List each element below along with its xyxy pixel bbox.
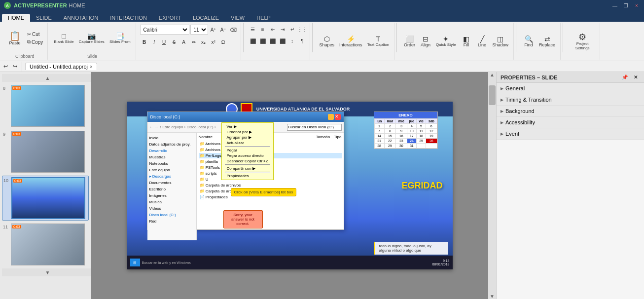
find-button[interactable]: 🔍 Find: [521, 35, 536, 48]
sidebar-documentos[interactable]: Documentos: [149, 180, 194, 186]
sidebar-este-equipo[interactable]: Este equipo: [149, 167, 194, 173]
line-button[interactable]: ╱ Line: [475, 35, 490, 48]
menu-ver[interactable]: Ver ▶: [225, 124, 270, 129]
slide-panel-scroll-down[interactable]: ▼: [2, 268, 91, 276]
underline-button[interactable]: U: [160, 37, 169, 46]
tab-slide[interactable]: SLIDE: [30, 14, 58, 22]
slide-thumb-8[interactable]: 8 0:03: [2, 84, 89, 128]
menu-ordenar[interactable]: Ordenar por ▶: [225, 129, 270, 135]
paste-button[interactable]: 📋 Paste: [5, 24, 25, 53]
interactions-button[interactable]: ⚡ Interactions: [337, 35, 364, 48]
slide-panel-scroll-up[interactable]: ▲: [2, 74, 91, 82]
menu-actualizar[interactable]: Actualizar: [225, 140, 270, 146]
scroll-down-arrow[interactable]: ▼: [490, 294, 495, 299]
prop-general-header[interactable]: ▶ General: [497, 83, 644, 94]
align-right-button[interactable]: ⬛: [268, 37, 277, 45]
menu-deshacer[interactable]: Deshacer Copiar Ctrl+Z: [225, 158, 270, 164]
restore-button[interactable]: ❐: [622, 2, 629, 9]
paragraph-dir-button[interactable]: ¶: [298, 37, 307, 45]
menu-compartir[interactable]: Compartir con ▶: [225, 166, 270, 171]
project-settings-button[interactable]: ⚙ Project Settings: [568, 27, 597, 56]
font-color-button[interactable]: A: [179, 37, 188, 46]
italic-button[interactable]: I: [150, 37, 159, 46]
sidebar-muestras[interactable]: Muestras: [149, 154, 194, 160]
scroll-up-arrow[interactable]: ▲: [490, 72, 495, 77]
menu-agrupar[interactable]: Agrupar por ▶: [225, 135, 270, 140]
rtl-button[interactable]: ↵: [288, 25, 297, 34]
clear-format-button[interactable]: ⌫: [229, 25, 238, 34]
superscript-button[interactable]: x²: [209, 37, 218, 46]
sidebar-descargas[interactable]: ▸ Descargas: [149, 173, 194, 180]
replace-button[interactable]: ⇄ Replace: [537, 35, 557, 48]
columns-button[interactable]: ⋮⋮: [298, 25, 307, 34]
prop-accessibility-header[interactable]: ▶ Accessibility: [497, 117, 644, 128]
slide-thumb-11[interactable]: 11 0:03: [2, 223, 89, 266]
dialog-search-input[interactable]: [287, 124, 342, 131]
sidebar-escritorio[interactable]: Escritorio: [149, 186, 194, 192]
capture-slides-button[interactable]: 📷 Capture Slides: [76, 32, 106, 45]
increase-indent-button[interactable]: ⇥: [278, 25, 287, 34]
align-center-button[interactable]: ⬛: [258, 37, 267, 45]
taskbar-search[interactable]: Buscar en la web y en Windows: [142, 261, 191, 264]
close-button[interactable]: ×: [633, 2, 640, 9]
file-users[interactable]: 📁 Carpeta de archivos: [199, 183, 342, 188]
sidebar-desarrollo[interactable]: Desarrollo: [149, 148, 194, 154]
fill-button[interactable]: ◧ Fill: [459, 35, 474, 48]
sidebar-videos[interactable]: Videos: [149, 205, 194, 212]
menu-pegar-acceso[interactable]: Pegar acceso directo: [225, 153, 270, 158]
sidebar-inicio[interactable]: Inicio: [149, 135, 194, 141]
slides-from-button[interactable]: 📑 Slides From: [107, 32, 133, 45]
symbol-button[interactable]: Ω: [219, 37, 228, 46]
strikethrough-button[interactable]: S̶: [170, 37, 179, 46]
sidebar-disco-c[interactable]: Disco local (C:): [149, 212, 194, 218]
menu-pegar[interactable]: Pegar: [225, 148, 270, 153]
close-tab-button[interactable]: ×: [90, 64, 93, 70]
sidebar-musica[interactable]: Música: [149, 199, 194, 205]
copy-button[interactable]: ⧉ Copy: [26, 38, 44, 45]
shapes-button[interactable]: ⬡ Shapes: [318, 35, 337, 48]
highlight-button[interactable]: ✏: [189, 37, 198, 46]
menu-propiedades[interactable]: Propiedades: [225, 173, 270, 179]
properties-close-button[interactable]: ✕: [631, 73, 640, 82]
properties-pin-button[interactable]: 📌: [620, 73, 629, 82]
decrease-indent-button[interactable]: ⇤: [268, 25, 277, 34]
sidebar-red[interactable]: Red: [149, 218, 194, 224]
quick-style-button[interactable]: ✦ Quick Style: [434, 35, 458, 48]
document-tab[interactable]: Untitled - Untitled.approj ×: [25, 63, 97, 70]
tab-localize[interactable]: LOCALIZE: [187, 14, 225, 22]
order-button[interactable]: ⬜ Order: [402, 35, 417, 48]
text-caption-button[interactable]: T Text Caption: [365, 35, 391, 48]
slide-thumb-9[interactable]: 9 0:03: [2, 130, 89, 174]
prop-timing-header[interactable]: ▶ Timing & Transition: [497, 94, 644, 105]
prop-event-header[interactable]: ▶ Event: [497, 128, 644, 139]
scroll-thumb[interactable]: [489, 85, 496, 105]
blank-slide-button[interactable]: □ Blank Slide: [52, 32, 75, 45]
shadow-button[interactable]: ◫ Shadow: [491, 35, 511, 48]
line-spacing-button[interactable]: ↕: [288, 37, 297, 45]
align-left-button[interactable]: ⬛: [249, 37, 257, 45]
tab-annotation[interactable]: ANNOTATION: [58, 14, 104, 22]
dialog-minimize[interactable]: [328, 114, 334, 120]
dialog-close[interactable]: ✕: [335, 114, 341, 120]
bold-button[interactable]: B: [140, 37, 149, 46]
start-button[interactable]: ⊞: [130, 259, 140, 266]
tab-interaction[interactable]: INTERACTION: [104, 14, 153, 22]
cut-button[interactable]: ✂ Cut: [26, 31, 44, 37]
canvas-scrollbar[interactable]: ▲ ▼: [488, 72, 496, 299]
tab-export[interactable]: EXPORT: [153, 14, 187, 22]
font-size-select[interactable]: 11: [190, 25, 208, 35]
bullet-list-button[interactable]: ☰: [249, 25, 257, 34]
decrease-font-button[interactable]: A⁻: [219, 25, 228, 34]
subscript-button[interactable]: x₂: [199, 37, 208, 46]
undo-button[interactable]: ↩: [2, 62, 9, 71]
sidebar-imagenes[interactable]: Imágenes: [149, 192, 194, 199]
tab-help[interactable]: HELP: [250, 14, 277, 22]
slide-thumb-10[interactable]: 10 0:03: [2, 176, 89, 221]
align-button[interactable]: ⊟ Align: [418, 35, 433, 48]
sidebar-notebooks[interactable]: Notebooks: [149, 160, 194, 167]
prop-background-header[interactable]: ▶ Background: [497, 106, 644, 116]
tab-home[interactable]: HOME: [2, 14, 30, 22]
numbered-list-button[interactable]: ≡: [258, 25, 267, 34]
redo-button[interactable]: ↪: [11, 62, 19, 71]
minimize-button[interactable]: —: [611, 2, 618, 9]
